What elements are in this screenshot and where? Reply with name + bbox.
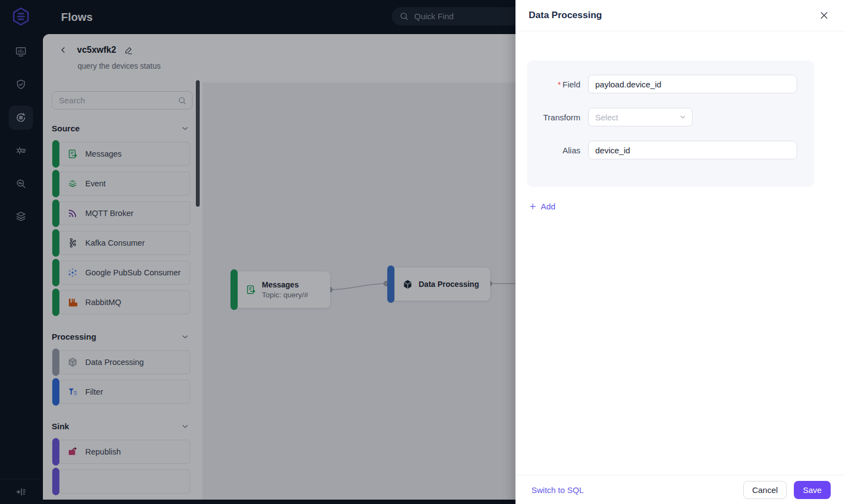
transform-label: Transform <box>527 113 588 122</box>
switch-to-sql-link[interactable]: Switch to SQL <box>531 485 584 495</box>
select-placeholder: Select <box>595 113 618 122</box>
plus-icon <box>529 202 537 211</box>
drawer-title: Data Processing <box>529 10 602 21</box>
field-input[interactable] <box>588 75 797 93</box>
form-row-alias: Alias <box>527 141 799 159</box>
form-row-transform: Transform Select <box>527 108 799 126</box>
required-asterisk: * <box>558 80 561 89</box>
form-row-field: *Field <box>527 75 799 93</box>
chevron-down-icon <box>679 113 687 121</box>
drawer-footer: Switch to SQL Cancel Save <box>515 475 845 504</box>
close-button close-icon[interactable] <box>817 9 831 22</box>
transform-select[interactable]: Select <box>588 108 693 126</box>
alias-input[interactable] <box>588 141 797 159</box>
cancel-button[interactable]: Cancel <box>743 481 787 499</box>
add-label: Add <box>541 202 556 211</box>
add-field-button[interactable]: Add <box>529 202 556 211</box>
data-processing-drawer: Data Processing *Field Transform Select … <box>515 0 845 504</box>
save-button[interactable]: Save <box>794 481 831 499</box>
alias-label: Alias <box>527 146 588 155</box>
drawer-header: Data Processing <box>515 0 845 31</box>
transform-form-card: *Field Transform Select Alias <box>527 60 814 187</box>
field-label: *Field <box>527 80 588 89</box>
